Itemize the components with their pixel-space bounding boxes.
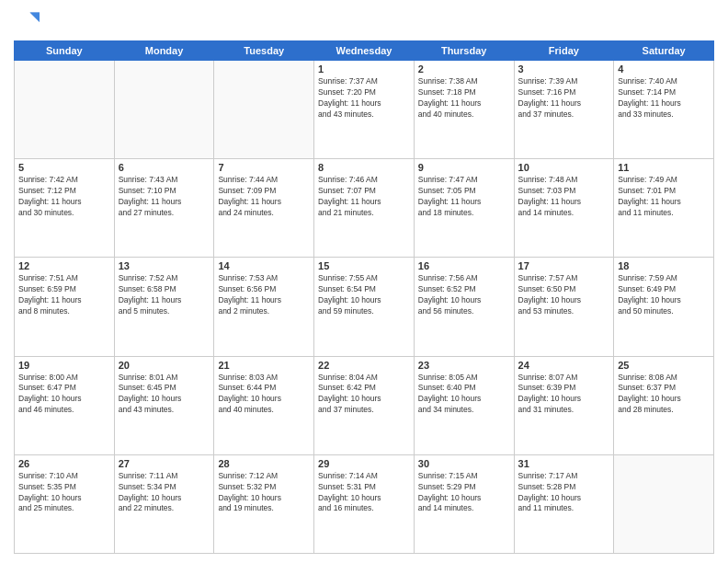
calendar-cell: 17Sunrise: 7:57 AM Sunset: 6:50 PM Dayli… bbox=[514, 258, 614, 356]
day-number: 9 bbox=[418, 162, 510, 173]
day-info: Sunrise: 8:05 AM Sunset: 6:40 PM Dayligh… bbox=[418, 373, 510, 417]
calendar-cell: 27Sunrise: 7:11 AM Sunset: 5:34 PM Dayli… bbox=[114, 454, 214, 553]
calendar-cell: 25Sunrise: 8:08 AM Sunset: 6:37 PM Dayli… bbox=[614, 356, 714, 454]
day-number: 12 bbox=[18, 260, 110, 271]
calendar-cell: 20Sunrise: 8:01 AM Sunset: 6:45 PM Dayli… bbox=[114, 356, 214, 454]
calendar-cell: 19Sunrise: 8:00 AM Sunset: 6:47 PM Dayli… bbox=[15, 356, 115, 454]
day-info: Sunrise: 7:53 AM Sunset: 6:56 PM Dayligh… bbox=[218, 273, 310, 317]
calendar-week-row: 26Sunrise: 7:10 AM Sunset: 5:35 PM Dayli… bbox=[15, 454, 714, 553]
day-info: Sunrise: 7:43 AM Sunset: 7:10 PM Dayligh… bbox=[119, 175, 210, 219]
calendar-cell bbox=[114, 61, 214, 159]
day-info: Sunrise: 8:00 AM Sunset: 6:47 PM Dayligh… bbox=[18, 373, 110, 417]
calendar-cell: 2Sunrise: 7:38 AM Sunset: 7:18 PM Daylig… bbox=[414, 61, 514, 159]
weekday-header: Sunday bbox=[15, 41, 115, 61]
calendar-cell: 1Sunrise: 7:37 AM Sunset: 7:20 PM Daylig… bbox=[314, 61, 415, 159]
day-info: Sunrise: 7:55 AM Sunset: 6:54 PM Dayligh… bbox=[318, 273, 410, 317]
weekday-header: Thursday bbox=[414, 41, 514, 61]
calendar-cell: 7Sunrise: 7:44 AM Sunset: 7:09 PM Daylig… bbox=[214, 159, 314, 258]
calendar-cell bbox=[15, 61, 115, 159]
calendar-cell: 29Sunrise: 7:14 AM Sunset: 5:31 PM Dayli… bbox=[314, 454, 415, 553]
day-number: 20 bbox=[119, 360, 210, 371]
day-info: Sunrise: 7:40 AM Sunset: 7:14 PM Dayligh… bbox=[618, 76, 710, 121]
calendar-cell: 15Sunrise: 7:55 AM Sunset: 6:54 PM Dayli… bbox=[314, 258, 415, 356]
day-number: 24 bbox=[518, 360, 610, 371]
day-info: Sunrise: 7:47 AM Sunset: 7:05 PM Dayligh… bbox=[418, 175, 510, 219]
day-number: 6 bbox=[119, 162, 210, 173]
day-info: Sunrise: 7:51 AM Sunset: 6:59 PM Dayligh… bbox=[18, 273, 110, 317]
calendar-cell: 16Sunrise: 7:56 AM Sunset: 6:52 PM Dayli… bbox=[414, 258, 514, 356]
day-info: Sunrise: 7:11 AM Sunset: 5:34 PM Dayligh… bbox=[119, 471, 210, 515]
day-info: Sunrise: 7:56 AM Sunset: 6:52 PM Dayligh… bbox=[418, 273, 510, 317]
day-number: 13 bbox=[119, 260, 210, 271]
calendar-table: SundayMondayTuesdayWednesdayThursdayFrid… bbox=[14, 40, 714, 554]
day-number: 19 bbox=[18, 360, 110, 371]
day-info: Sunrise: 7:38 AM Sunset: 7:18 PM Dayligh… bbox=[418, 76, 510, 121]
day-number: 31 bbox=[518, 458, 610, 469]
weekday-header: Saturday bbox=[614, 41, 714, 61]
calendar-cell: 12Sunrise: 7:51 AM Sunset: 6:59 PM Dayli… bbox=[15, 258, 115, 356]
calendar-week-row: 19Sunrise: 8:00 AM Sunset: 6:47 PM Dayli… bbox=[15, 356, 714, 454]
calendar-cell: 5Sunrise: 7:42 AM Sunset: 7:12 PM Daylig… bbox=[15, 159, 115, 258]
day-info: Sunrise: 8:03 AM Sunset: 6:44 PM Dayligh… bbox=[218, 373, 310, 417]
day-info: Sunrise: 8:08 AM Sunset: 6:37 PM Dayligh… bbox=[618, 373, 710, 417]
day-number: 29 bbox=[318, 458, 410, 469]
day-number: 17 bbox=[518, 260, 610, 271]
weekday-header: Friday bbox=[514, 41, 614, 61]
calendar-week-row: 12Sunrise: 7:51 AM Sunset: 6:59 PM Dayli… bbox=[15, 258, 714, 356]
day-number: 16 bbox=[418, 260, 510, 271]
calendar-cell: 11Sunrise: 7:49 AM Sunset: 7:01 PM Dayli… bbox=[614, 159, 714, 258]
weekday-header: Tuesday bbox=[214, 41, 314, 61]
calendar-cell: 21Sunrise: 8:03 AM Sunset: 6:44 PM Dayli… bbox=[214, 356, 314, 454]
day-info: Sunrise: 8:01 AM Sunset: 6:45 PM Dayligh… bbox=[119, 373, 210, 417]
day-number: 7 bbox=[218, 162, 310, 173]
day-number: 27 bbox=[119, 458, 210, 469]
calendar-cell: 14Sunrise: 7:53 AM Sunset: 6:56 PM Dayli… bbox=[214, 258, 314, 356]
calendar-cell: 31Sunrise: 7:17 AM Sunset: 5:28 PM Dayli… bbox=[514, 454, 614, 553]
day-info: Sunrise: 7:42 AM Sunset: 7:12 PM Dayligh… bbox=[18, 175, 110, 219]
day-number: 2 bbox=[418, 63, 510, 75]
logo bbox=[14, 9, 43, 35]
calendar-week-row: 5Sunrise: 7:42 AM Sunset: 7:12 PM Daylig… bbox=[15, 159, 714, 258]
day-number: 28 bbox=[218, 458, 310, 469]
day-info: Sunrise: 7:48 AM Sunset: 7:03 PM Dayligh… bbox=[518, 175, 610, 219]
page: SundayMondayTuesdayWednesdayThursdayFrid… bbox=[0, 0, 728, 563]
calendar-cell: 6Sunrise: 7:43 AM Sunset: 7:10 PM Daylig… bbox=[114, 159, 214, 258]
calendar-cell: 18Sunrise: 7:59 AM Sunset: 6:49 PM Dayli… bbox=[614, 258, 714, 356]
day-info: Sunrise: 7:49 AM Sunset: 7:01 PM Dayligh… bbox=[618, 175, 710, 219]
day-number: 26 bbox=[18, 458, 110, 469]
day-number: 15 bbox=[318, 260, 410, 271]
day-info: Sunrise: 7:46 AM Sunset: 7:07 PM Dayligh… bbox=[318, 175, 410, 219]
day-number: 11 bbox=[618, 162, 710, 173]
day-number: 5 bbox=[18, 162, 110, 173]
day-info: Sunrise: 7:14 AM Sunset: 5:31 PM Dayligh… bbox=[318, 471, 410, 515]
calendar-cell: 8Sunrise: 7:46 AM Sunset: 7:07 PM Daylig… bbox=[314, 159, 415, 258]
day-number: 22 bbox=[318, 360, 410, 371]
calendar-cell: 24Sunrise: 8:07 AM Sunset: 6:39 PM Dayli… bbox=[514, 356, 614, 454]
day-info: Sunrise: 7:12 AM Sunset: 5:32 PM Dayligh… bbox=[218, 471, 310, 515]
day-number: 25 bbox=[618, 360, 710, 371]
weekday-header: Wednesday bbox=[314, 41, 415, 61]
day-number: 4 bbox=[618, 63, 710, 75]
day-info: Sunrise: 7:39 AM Sunset: 7:16 PM Dayligh… bbox=[518, 76, 610, 121]
day-number: 23 bbox=[418, 360, 510, 371]
day-number: 18 bbox=[618, 260, 710, 271]
day-info: Sunrise: 7:15 AM Sunset: 5:29 PM Dayligh… bbox=[418, 471, 510, 515]
day-number: 3 bbox=[518, 63, 610, 75]
header bbox=[14, 9, 714, 35]
logo-icon bbox=[14, 9, 40, 35]
calendar-cell: 23Sunrise: 8:05 AM Sunset: 6:40 PM Dayli… bbox=[414, 356, 514, 454]
day-number: 21 bbox=[218, 360, 310, 371]
calendar-cell bbox=[214, 61, 314, 159]
calendar-cell: 28Sunrise: 7:12 AM Sunset: 5:32 PM Dayli… bbox=[214, 454, 314, 553]
day-info: Sunrise: 8:04 AM Sunset: 6:42 PM Dayligh… bbox=[318, 373, 410, 417]
day-info: Sunrise: 7:17 AM Sunset: 5:28 PM Dayligh… bbox=[518, 471, 610, 515]
day-info: Sunrise: 7:44 AM Sunset: 7:09 PM Dayligh… bbox=[218, 175, 310, 219]
day-number: 10 bbox=[518, 162, 610, 173]
weekday-header: Monday bbox=[114, 41, 214, 61]
calendar-cell bbox=[614, 454, 714, 553]
calendar-cell: 3Sunrise: 7:39 AM Sunset: 7:16 PM Daylig… bbox=[514, 61, 614, 159]
calendar-cell: 9Sunrise: 7:47 AM Sunset: 7:05 PM Daylig… bbox=[414, 159, 514, 258]
day-info: Sunrise: 7:59 AM Sunset: 6:49 PM Dayligh… bbox=[618, 273, 710, 317]
day-number: 1 bbox=[318, 63, 410, 75]
day-info: Sunrise: 7:52 AM Sunset: 6:58 PM Dayligh… bbox=[119, 273, 210, 317]
